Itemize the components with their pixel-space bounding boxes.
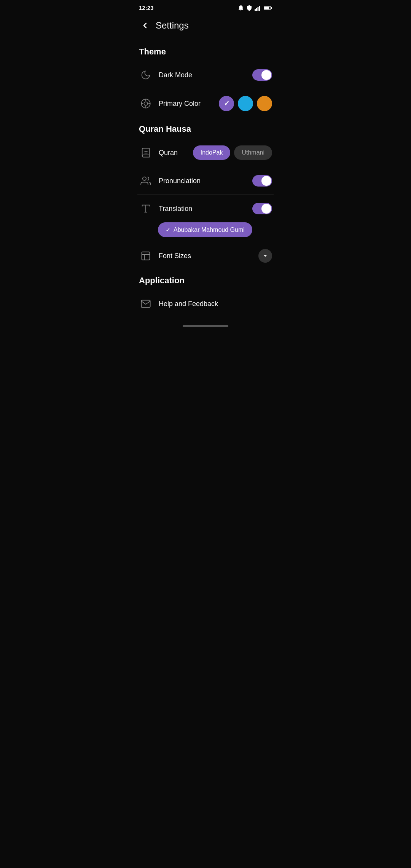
pronunciation-icon — [139, 174, 153, 188]
status-bar: 12:23 — [131, 0, 280, 14]
translation-chip-label: Abubakar Mahmoud Gumi — [174, 227, 245, 233]
translation-row[interactable]: Translation — [131, 195, 280, 222]
help-feedback-row[interactable]: Help and Feedback — [131, 290, 280, 318]
font-sizes-dropdown-icon[interactable] — [258, 249, 272, 263]
font-sizes-icon — [139, 249, 153, 263]
dark-mode-label: Dark Mode — [159, 71, 252, 79]
help-feedback-label: Help and Feedback — [159, 300, 272, 308]
home-indicator — [183, 325, 228, 327]
quran-hausa-section: Quran Hausa Quran IndoPak Uthmani — [131, 118, 280, 270]
translation-check-icon: ✓ — [166, 226, 170, 233]
color-swatch-orange[interactable] — [257, 96, 272, 111]
svg-rect-2 — [258, 7, 259, 11]
color-swatch-purple[interactable] — [219, 96, 234, 111]
svg-point-15 — [143, 177, 146, 180]
primary-color-label: Primary Color — [159, 100, 219, 108]
quran-row[interactable]: Quran IndoPak Uthmani — [131, 139, 280, 167]
header: Settings — [131, 14, 280, 41]
translation-icon — [139, 202, 153, 215]
notification-icon — [238, 5, 244, 11]
application-section-label: Application — [131, 270, 280, 290]
svg-rect-18 — [142, 252, 150, 260]
svg-rect-0 — [255, 9, 256, 11]
pronunciation-row[interactable]: Pronunciation — [131, 167, 280, 195]
translation-label: Translation — [159, 205, 252, 213]
dark-mode-toggle[interactable] — [252, 69, 272, 81]
svg-point-8 — [144, 102, 147, 105]
status-time: 12:23 — [139, 5, 153, 11]
dark-mode-row[interactable]: Dark Mode — [131, 61, 280, 89]
font-sizes-label: Font Sizes — [159, 252, 258, 260]
status-icons — [238, 5, 272, 11]
shield-icon — [246, 5, 252, 11]
help-feedback-icon — [139, 297, 153, 311]
quran-label: Quran — [159, 149, 193, 157]
primary-color-row[interactable]: Primary Color — [131, 89, 280, 118]
quran-hausa-section-label: Quran Hausa — [131, 118, 280, 139]
svg-rect-3 — [259, 6, 260, 11]
font-sizes-row[interactable]: Font Sizes — [131, 242, 280, 270]
color-swatch-blue[interactable] — [238, 96, 253, 111]
indopak-button[interactable]: IndoPak — [193, 145, 231, 160]
svg-rect-1 — [256, 8, 257, 11]
quran-icon — [139, 146, 153, 160]
theme-section-label: Theme — [131, 41, 280, 61]
chevron-down-icon — [261, 252, 269, 260]
theme-section: Theme Dark Mode Primary Color — [131, 41, 280, 118]
color-options — [219, 96, 272, 111]
page-title: Settings — [156, 20, 189, 31]
svg-rect-6 — [271, 7, 272, 8]
back-button[interactable] — [137, 18, 153, 33]
application-section: Application Help and Feedback — [131, 270, 280, 318]
quran-buttons: IndoPak Uthmani — [193, 145, 272, 160]
uthmani-button[interactable]: Uthmani — [234, 145, 272, 160]
pronunciation-toggle[interactable] — [252, 175, 272, 187]
svg-rect-5 — [264, 6, 269, 9]
pronunciation-label: Pronunciation — [159, 177, 252, 185]
signal-icon — [255, 5, 261, 11]
dark-mode-icon — [139, 68, 153, 82]
translation-chip[interactable]: ✓ Abubakar Mahmoud Gumi — [158, 222, 252, 237]
translation-toggle[interactable] — [252, 203, 272, 214]
battery-icon — [264, 5, 272, 11]
primary-color-icon — [139, 97, 153, 110]
